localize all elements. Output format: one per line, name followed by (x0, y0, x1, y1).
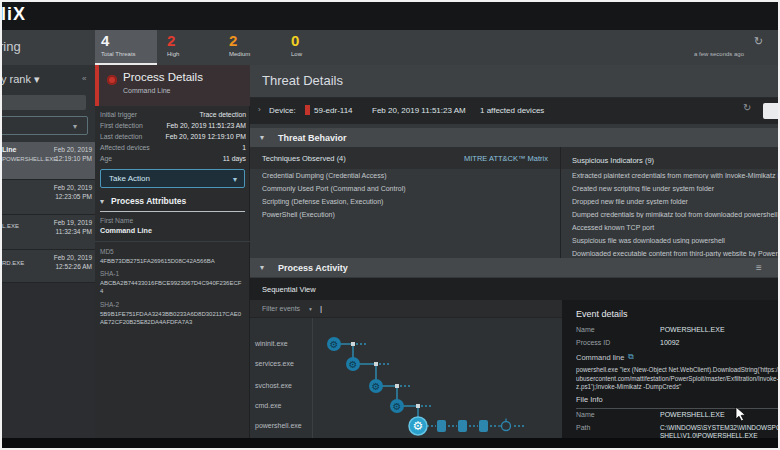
threat-name: RD.EXE (2, 260, 24, 266)
medium-label: Medium (229, 51, 289, 57)
total-threats-value: 4 (101, 33, 157, 49)
indicator-item[interactable]: Dropped new file under system folder (572, 198, 780, 205)
chevron-down-icon: ▾ (233, 171, 237, 188)
process-attributes-section-header[interactable]: ▾Process Attributes (100, 196, 245, 212)
threat-date: Feb 20, 2019 (54, 254, 92, 261)
refresh-icon[interactable]: ↻ (754, 35, 763, 48)
threat-details-title: Threat Details (262, 73, 343, 88)
threat-list-item[interactable]: RD.EXE Feb 20, 2019 12:52:26 AM (0, 250, 95, 283)
sha1-label: SHA-1 (100, 270, 119, 277)
sha2-label: SHA-2 (100, 301, 119, 308)
field-value: Trace detection (199, 111, 246, 118)
filter-funnel-icon[interactable]: ▼ (308, 306, 313, 312)
sequential-view-bar[interactable]: Sequential View (250, 278, 780, 300)
field-row: Affected devices 1 (100, 144, 246, 155)
technique-item[interactable]: PowerShell (Execution) (262, 211, 552, 218)
indicator-item[interactable]: Accessed known TCP port (572, 224, 780, 231)
mitre-attack-matrix-link[interactable]: MITRE ATT&CK™ Matrix (450, 154, 548, 163)
sha2-value: 5B9B1FE751FDAA3243BB0233A6D8D302117CAE0A… (100, 310, 242, 326)
chevron-down-icon: ▾ (100, 197, 104, 206)
techniques-observed-header: Techniques Observed (4) (262, 154, 346, 163)
field-row: Last detection Feb 20, 2019 12:19:10 PM (100, 133, 246, 144)
field-label: Last detection (100, 133, 142, 140)
edr-monitoring-screen: liX Monitoring 4 Total Threats 2 High 2 … (0, 0, 780, 450)
process-id-value: 10092 (660, 339, 679, 346)
file-name-label: Name (576, 411, 595, 418)
indicator-item[interactable]: Suspicious file was downloaded using pow… (572, 237, 780, 244)
process-activity-section-header[interactable]: ▾ Process Activity ≡ (250, 258, 780, 277)
divider (95, 241, 250, 242)
chevron-down-icon: ▾ (73, 118, 77, 135)
collapse-sidebar-icon[interactable]: « (82, 74, 86, 83)
threat-search-input[interactable] (0, 95, 86, 110)
threat-details-titlebar: Threat Details (250, 65, 780, 98)
svg-text:⚙: ⚙ (393, 401, 402, 412)
technique-item[interactable]: Credential Dumping (Credential Access) (262, 172, 552, 179)
file-event-icon[interactable] (479, 420, 488, 432)
device-date: Feb 20, 2019 11:51:23 AM (372, 106, 466, 115)
first-name-value: Command Line (100, 226, 152, 235)
device-bar[interactable]: › Device: 59-edr-114 Feb 20, 2019 11:51:… (250, 98, 780, 124)
threat-time: 12:23:05 PM (55, 193, 92, 200)
device-action-button-clipped[interactable] (763, 103, 780, 119)
column-divider (560, 147, 561, 258)
field-value: 11 days (223, 155, 246, 162)
expand-icon[interactable]: › (258, 105, 261, 114)
filter-events-label: Filter events (262, 305, 300, 312)
technique-item[interactable]: Commonly Used Port (Command and Control) (262, 185, 552, 192)
process-details-title: Process Details (123, 71, 203, 83)
threat-list-item[interactable]: L.EXE Feb 19, 2019 11:32:34 PM (0, 215, 95, 250)
network-event-icon[interactable] (498, 419, 511, 431)
counter-medium[interactable]: 2 Medium (227, 30, 289, 65)
file-event-icon[interactable] (437, 420, 446, 432)
threat-filter-select[interactable]: All ▾ (0, 116, 88, 135)
threat-list-item[interactable]: Feb 20, 2019 12:23:05 PM (0, 180, 95, 215)
process-name-wininit[interactable]: wininit.exe (255, 340, 288, 347)
md5-label: MD5 (100, 248, 114, 255)
indicator-item[interactable]: Created new scripting file under system … (572, 185, 780, 192)
field-value: Feb 20, 2019 12:19:10 PM (166, 133, 247, 140)
technique-item[interactable]: Scripting (Defense Evasion, Execution) (262, 198, 552, 205)
field-label: Initial trigger (100, 111, 137, 118)
field-value: 1 (242, 144, 246, 151)
copy-icon[interactable]: ⧉ (628, 352, 634, 362)
threat-behavior-section-header[interactable]: ▾ Threat Behavior (250, 128, 780, 147)
counter-total-threats[interactable]: 4 Total Threats (95, 30, 157, 65)
brand-logo: liX (1, 4, 26, 25)
command-line-label: Command line (576, 353, 624, 362)
counter-high[interactable]: 2 High (165, 30, 222, 65)
refreshed-ago-text: a few seconds ago (694, 51, 780, 57)
counter-low[interactable]: 0 Low (289, 30, 341, 65)
process-name-svchost[interactable]: svchost.exe (255, 382, 292, 389)
process-name-powershell[interactable]: powershell.exe (255, 422, 302, 429)
menu-icon[interactable]: ≡ (756, 262, 762, 273)
filter-events-bar[interactable]: Filter events ▼ | (250, 300, 562, 318)
bottom-bar (0, 438, 780, 450)
process-name-services[interactable]: services.exe (255, 360, 294, 367)
threat-name: L.EXE (2, 223, 19, 229)
field-row: Age 11 days (100, 155, 246, 166)
process-activity-title: Process Activity (278, 263, 348, 273)
medium-value: 2 (229, 33, 289, 49)
top-navbar: liX (0, 0, 780, 30)
svg-text:⚙: ⚙ (330, 339, 339, 350)
take-action-button[interactable]: Take Action ▾ (100, 169, 245, 188)
field-row: First detection Feb 20, 2019 11:51:23 AM (100, 122, 246, 133)
indicator-item[interactable]: Dumped credentials by mimikatz tool from… (572, 211, 780, 218)
process-name-cmd[interactable]: cmd.exe (255, 402, 281, 409)
process-details-subtitle: Command Line (123, 87, 170, 94)
text-caret: | (320, 304, 322, 313)
refresh-icon[interactable]: ↻ (743, 102, 751, 113)
affected-devices-text: 1 affected devices (480, 106, 544, 115)
svg-text:⚙: ⚙ (413, 419, 424, 433)
device-label: Device: (269, 106, 296, 115)
sort-by-rank-dropdown[interactable]: y rank ▾ (1, 73, 40, 86)
tree-node (395, 384, 399, 388)
threat-list-item-selected[interactable]: Line POWERSHELL.EXE Feb 20, 2019 12:19:1… (0, 142, 95, 180)
threat-date: Feb 20, 2019 (54, 146, 92, 153)
indicator-item[interactable]: Downloaded executable content from third… (572, 250, 780, 257)
chevron-down-icon: ▾ (260, 263, 264, 272)
file-event-icon[interactable] (458, 420, 467, 432)
indicator-item[interactable]: Extracted plaintext credentials from mem… (572, 172, 780, 179)
tree-node (416, 404, 420, 408)
